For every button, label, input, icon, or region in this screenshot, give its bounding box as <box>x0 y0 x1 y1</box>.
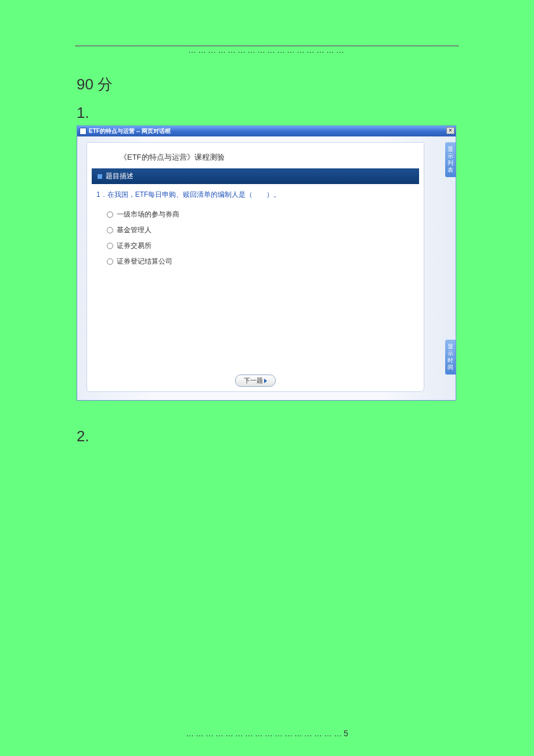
option-3-label: 证券登记结算公司 <box>117 257 172 267</box>
option-1-radio[interactable] <box>107 227 113 233</box>
question-2-label: 2. <box>77 427 534 445</box>
paper-title: 《ETF的特点与运营》课程测验 <box>87 143 424 168</box>
dialog-title-text: ETF的特点与运营 -- 网页对话框 <box>89 127 171 135</box>
options-list: 一级市场的参与券商 基金管理人 证券交易所 证券登记结算公司 <box>87 206 424 271</box>
option-2-label: 证券交易所 <box>117 241 151 251</box>
footer-dots: ………………………………………… <box>186 729 344 738</box>
option-3-radio[interactable] <box>107 258 113 265</box>
option-3[interactable]: 证券登记结算公司 <box>107 254 404 269</box>
close-icon[interactable]: × <box>446 127 454 134</box>
page-number: 5 <box>344 729 348 738</box>
option-1-label: 基金管理人 <box>117 225 151 235</box>
top-dots: ………………………………………… <box>0 45 534 55</box>
section-bar: 题目描述 <box>92 168 419 184</box>
window-icon <box>80 128 86 135</box>
diamond-icon <box>98 174 102 179</box>
show-time-tab-label: 显示时间 <box>447 343 454 371</box>
option-2-radio[interactable] <box>107 243 113 249</box>
show-list-tab-label: 显示列表 <box>447 146 454 174</box>
chevron-right-icon <box>264 379 267 383</box>
next-button[interactable]: 下一题 <box>235 375 276 387</box>
score-text: 90 分 <box>77 74 534 95</box>
option-2[interactable]: 证券交易所 <box>107 238 404 254</box>
next-button-label: 下一题 <box>244 376 263 385</box>
show-time-tab[interactable]: 显示时间 <box>445 340 456 375</box>
question-text: 1．在我国，ETF每日申购、赎回清单的编制人是（ ）。 <box>87 184 424 206</box>
option-1[interactable]: 基金管理人 <box>107 222 404 238</box>
footer: …………………………………………5 <box>0 728 534 739</box>
quiz-paper: 《ETF的特点与运营》课程测验 题目描述 1．在我国，ETF每日申购、赎回清单的… <box>86 142 424 392</box>
top-rule <box>75 45 459 46</box>
show-list-tab[interactable]: 显示列表 <box>445 142 456 177</box>
question-1-label: 1. <box>77 104 534 122</box>
dialog-titlebar: ETF的特点与运营 -- 网页对话框 × <box>77 126 456 136</box>
nav-area: 下一题 <box>87 375 424 387</box>
option-0-label: 一级市场的参与券商 <box>117 210 179 219</box>
option-0-radio[interactable] <box>107 211 113 218</box>
option-0[interactable]: 一级市场的参与券商 <box>107 207 404 222</box>
dialog-body: 《ETF的特点与运营》课程测验 题目描述 1．在我国，ETF每日申购、赎回清单的… <box>77 136 456 400</box>
quiz-dialog: ETF的特点与运营 -- 网页对话框 × 《ETF的特点与运营》课程测验 题目描… <box>77 125 456 401</box>
section-label: 题目描述 <box>106 171 134 181</box>
